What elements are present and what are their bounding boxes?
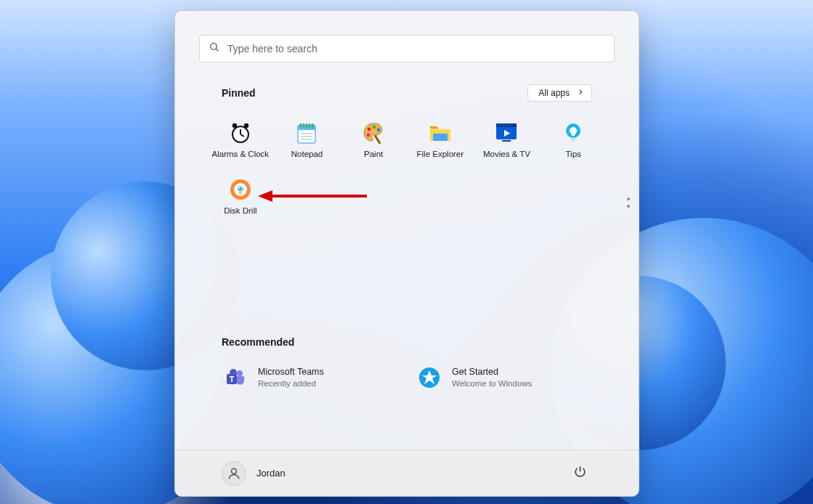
pinned-app-tips[interactable]: Tips — [540, 118, 607, 161]
teams-icon: T — [223, 365, 248, 390]
pinned-app-file-explorer[interactable]: File Explorer — [407, 118, 474, 161]
app-label: File Explorer — [417, 150, 464, 158]
svg-rect-10 — [303, 123, 304, 128]
svg-point-0 — [211, 44, 217, 50]
recommended-header: Recommended — [175, 336, 639, 357]
app-label: Movies & TV — [483, 150, 530, 158]
svg-rect-30 — [502, 140, 511, 142]
svg-rect-12 — [309, 123, 310, 128]
tips-icon — [561, 121, 586, 145]
username: Jordan — [256, 468, 286, 479]
all-apps-label: All apps — [538, 88, 570, 98]
svg-rect-11 — [306, 123, 307, 128]
rec-subtitle: Recently added — [258, 378, 324, 389]
svg-rect-27 — [506, 125, 508, 126]
power-button[interactable] — [567, 461, 592, 486]
svg-rect-32 — [571, 137, 575, 139]
recommended-grid: T Microsoft Teams Recently added Get Sta… — [175, 357, 639, 399]
svg-point-37 — [238, 187, 240, 190]
recommended-title: Recommended — [222, 336, 294, 348]
app-label: Tips — [566, 150, 581, 158]
avatar — [222, 461, 246, 486]
recommended-item-get-started[interactable]: Get Started Welcome to Windows — [416, 364, 592, 391]
chevron-right-icon — [577, 88, 584, 98]
file-explorer-icon — [428, 121, 453, 145]
notepad-icon — [294, 121, 319, 145]
svg-point-18 — [373, 126, 376, 129]
search-input[interactable] — [227, 43, 605, 54]
svg-point-17 — [368, 128, 371, 131]
pinned-title: Pinned — [222, 87, 256, 99]
get-started-icon — [417, 365, 442, 390]
pinned-app-alarms[interactable]: Alarms & Clock — [207, 118, 274, 161]
disk-drill-icon — [228, 177, 253, 202]
app-label: Paint — [364, 150, 383, 158]
svg-rect-13 — [312, 123, 313, 128]
search-container — [175, 11, 639, 62]
svg-rect-28 — [509, 125, 511, 126]
start-menu: Pinned All apps Alarms & Clock — [174, 10, 639, 497]
user-account-button[interactable]: Jordan — [222, 461, 286, 486]
pinned-app-movies-tv[interactable]: Movies & TV — [474, 118, 541, 161]
all-apps-button[interactable]: All apps — [527, 84, 592, 102]
svg-point-46 — [232, 468, 237, 473]
svg-rect-25 — [498, 125, 501, 126]
svg-point-40 — [237, 370, 243, 376]
power-icon — [573, 465, 587, 481]
pinned-grid: Alarms & Clock Notepad — [175, 110, 639, 218]
search-box[interactable] — [199, 35, 615, 62]
paint-icon — [361, 121, 386, 145]
svg-line-1 — [216, 49, 218, 51]
svg-point-19 — [377, 129, 381, 132]
svg-point-5 — [232, 123, 237, 128]
start-footer: Jordan — [175, 450, 639, 496]
svg-text:T: T — [230, 375, 235, 383]
pinned-header: Pinned All apps — [175, 62, 639, 110]
svg-rect-21 — [374, 134, 381, 144]
app-label: Alarms & Clock — [212, 150, 270, 158]
rec-subtitle: Welcome to Windows — [452, 378, 532, 389]
svg-point-38 — [241, 187, 243, 190]
search-icon — [209, 41, 220, 56]
app-label: Disk Drill — [224, 206, 256, 215]
svg-rect-9 — [300, 123, 302, 128]
pinned-app-notepad[interactable]: Notepad — [274, 118, 341, 161]
rec-title: Get Started — [452, 366, 532, 378]
rec-title: Microsoft Teams — [258, 366, 324, 378]
svg-point-20 — [367, 134, 371, 137]
svg-rect-39 — [239, 190, 242, 195]
pinned-app-paint[interactable]: Paint — [340, 118, 407, 161]
svg-rect-33 — [572, 140, 575, 142]
movies-tv-icon — [494, 121, 519, 145]
alarms-icon — [228, 121, 253, 145]
pinned-pagination[interactable] — [627, 198, 630, 208]
svg-rect-22 — [433, 134, 448, 141]
svg-point-6 — [244, 123, 248, 128]
pinned-app-disk-drill[interactable]: Disk Drill — [207, 174, 274, 218]
app-label: Notepad — [291, 150, 323, 158]
recommended-item-teams[interactable]: T Microsoft Teams Recently added — [222, 364, 398, 391]
svg-rect-26 — [502, 125, 504, 126]
